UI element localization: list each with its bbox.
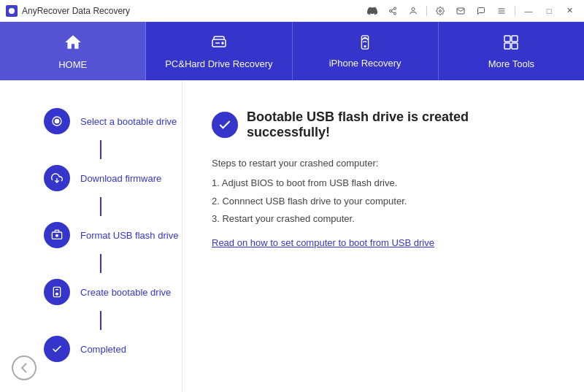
mail-btn[interactable]: [452, 4, 469, 18]
more-tools-icon: [502, 34, 520, 55]
nav-item-pc-hard-drive[interactable]: PC&Hard Drive Recovery: [146, 22, 292, 80]
svg-line-4: [391, 11, 393, 12]
steps-intro: Steps to restart your crashed computer:: [212, 158, 555, 169]
menu-btn[interactable]: [493, 4, 510, 18]
share-btn[interactable]: [384, 4, 402, 18]
discord-btn[interactable]: [364, 4, 381, 18]
step-circle-5: [44, 336, 70, 362]
svg-rect-16: [512, 36, 518, 42]
title-bar: AnyRecover Data Recovery — □ ✕: [0, 0, 584, 22]
svg-point-6: [412, 7, 415, 10]
svg-rect-15: [504, 36, 510, 42]
svg-point-7: [439, 9, 442, 12]
svg-point-12: [222, 42, 223, 44]
back-button[interactable]: [12, 356, 36, 380]
nav-label-iphone-recovery: iPhone Recovery: [329, 58, 402, 69]
step-circle-2: [44, 165, 70, 191]
svg-line-5: [391, 9, 393, 10]
svg-point-0: [9, 8, 15, 14]
app-icon: [6, 5, 18, 17]
home-icon: [64, 33, 82, 56]
sidebar: Select a bootable drive Download firmwar…: [0, 80, 182, 392]
step-create-bootable: Create bootable drive: [44, 266, 171, 318]
maximize-btn[interactable]: □: [540, 4, 558, 18]
nav-bar: HOME PC&Hard Drive Recovery iPhone Recov…: [0, 22, 584, 80]
separator-1: [426, 6, 427, 16]
svg-point-1: [394, 7, 396, 9]
svg-point-28: [56, 293, 58, 295]
separator-2: [515, 6, 515, 16]
user-btn[interactable]: [404, 4, 422, 18]
nav-label-more-tools: More Tools: [488, 58, 534, 69]
step-download-firmware: Download firmware: [44, 152, 161, 204]
chat-btn[interactable]: [472, 4, 490, 18]
svg-point-20: [55, 119, 60, 124]
step-circle-3: [44, 222, 70, 248]
iphone-icon: [357, 34, 373, 55]
step-label-1: Select a bootable drive: [80, 116, 177, 127]
svg-point-14: [364, 45, 366, 47]
read-more-link[interactable]: Read on how to set computer to boot from…: [212, 237, 434, 248]
step-circle-4: [44, 279, 70, 305]
nav-item-home[interactable]: HOME: [0, 22, 146, 80]
minimize-btn[interactable]: —: [520, 4, 537, 18]
success-icon: [212, 112, 238, 138]
steps-content: Steps to restart your crashed computer: …: [212, 158, 555, 249]
title-bar-controls: — □ ✕: [364, 4, 578, 18]
step-instruction-2: 2. Connnect USB flash drive to your comp…: [212, 193, 555, 211]
step-instruction-1: 1. Adjust BIOS to boot from USB flash dr…: [212, 174, 555, 193]
nav-item-more-tools[interactable]: More Tools: [439, 22, 584, 80]
settings-btn[interactable]: [431, 4, 449, 18]
hard-drive-icon: [210, 34, 228, 55]
nav-label-pc-hard-drive: PC&Hard Drive Recovery: [165, 58, 272, 69]
success-header: Bootable USB flash drive is created succ…: [212, 109, 555, 140]
nav-item-iphone-recovery[interactable]: iPhone Recovery: [293, 22, 439, 80]
app-title: AnyRecover Data Recovery: [22, 6, 130, 16]
step-label-5: Completed: [80, 344, 126, 355]
step-circle-1: [44, 108, 70, 134]
nav-label-home: HOME: [58, 59, 87, 70]
step-select-drive: Select a bootable drive: [44, 95, 177, 147]
main-content: Select a bootable drive Download firmwar…: [0, 80, 584, 392]
right-content: Bootable USB flash drive is created succ…: [182, 80, 584, 392]
success-title: Bootable USB flash drive is created succ…: [247, 109, 555, 140]
step-completed: Completed: [44, 323, 126, 375]
svg-point-2: [390, 9, 392, 12]
svg-rect-18: [512, 43, 518, 49]
steps-list: 1. Adjust BIOS to boot from USB flash dr…: [212, 174, 555, 228]
step-label-3: Format USB flash drive: [80, 230, 178, 241]
svg-rect-17: [504, 43, 510, 49]
step-format-usb: Format USB flash drive: [44, 209, 178, 261]
svg-point-3: [394, 12, 396, 15]
step-label-2: Download firmware: [80, 173, 161, 184]
title-bar-left: AnyRecover Data Recovery: [6, 5, 130, 17]
close-btn[interactable]: ✕: [561, 4, 578, 18]
svg-point-26: [56, 234, 58, 237]
step-instruction-3: 3. Restart your crashed computer.: [212, 210, 555, 228]
step-label-4: Create bootable drive: [80, 287, 171, 298]
